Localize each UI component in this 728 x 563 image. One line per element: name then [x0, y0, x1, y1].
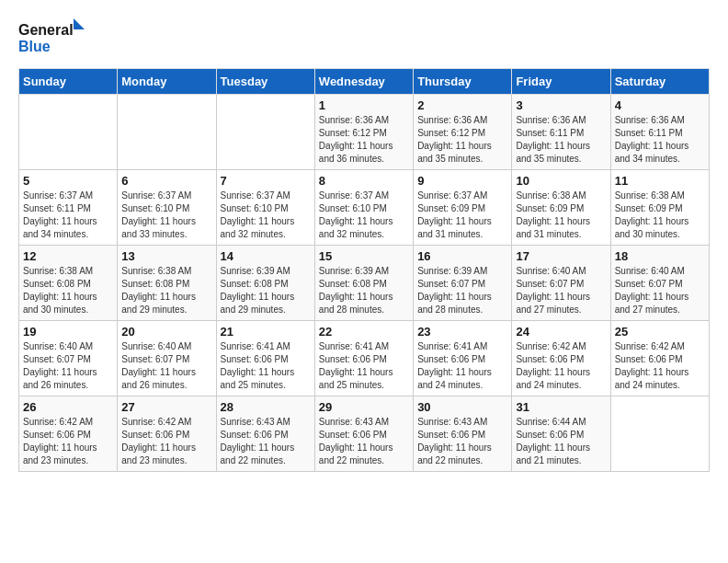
- day-info: Sunrise: 6:41 AM Sunset: 6:06 PM Dayligh…: [221, 340, 311, 392]
- day-info: Sunrise: 6:44 AM Sunset: 6:06 PM Dayligh…: [516, 416, 606, 467]
- day-info: Sunrise: 6:43 AM Sunset: 6:06 PM Dayligh…: [221, 416, 311, 467]
- calendar-cell: 31Sunrise: 6:44 AM Sunset: 6:06 PM Dayli…: [512, 396, 610, 472]
- calendar-table: SundayMondayTuesdayWednesdayThursdayFrid…: [18, 68, 710, 472]
- day-number: 30: [417, 400, 507, 414]
- day-number: 22: [319, 325, 409, 339]
- calendar-cell: 13Sunrise: 6:38 AM Sunset: 6:08 PM Dayli…: [118, 246, 216, 321]
- calendar-cell: 2Sunrise: 6:36 AM Sunset: 6:12 PM Daylig…: [414, 95, 512, 170]
- calendar-cell: 6Sunrise: 6:37 AM Sunset: 6:10 PM Daylig…: [118, 170, 216, 246]
- day-info: Sunrise: 6:38 AM Sunset: 6:09 PM Dayligh…: [516, 190, 606, 241]
- weekday-header: Sunday: [19, 69, 118, 95]
- day-info: Sunrise: 6:37 AM Sunset: 6:10 PM Dayligh…: [221, 190, 311, 241]
- day-number: 10: [516, 174, 606, 188]
- logo-svg: GeneralBlue: [18, 18, 92, 59]
- calendar-cell: 16Sunrise: 6:39 AM Sunset: 6:07 PM Dayli…: [414, 246, 512, 321]
- day-number: 6: [121, 174, 211, 188]
- weekday-header: Tuesday: [216, 69, 314, 95]
- day-info: Sunrise: 6:37 AM Sunset: 6:09 PM Dayligh…: [417, 190, 507, 241]
- calendar-cell: 7Sunrise: 6:37 AM Sunset: 6:10 PM Daylig…: [216, 170, 314, 246]
- day-number: 25: [615, 325, 705, 339]
- day-info: Sunrise: 6:42 AM Sunset: 6:06 PM Dayligh…: [121, 416, 211, 467]
- day-number: 27: [121, 400, 211, 414]
- calendar-cell: 17Sunrise: 6:40 AM Sunset: 6:07 PM Dayli…: [512, 246, 610, 321]
- weekday-header: Friday: [512, 69, 610, 95]
- day-info: Sunrise: 6:41 AM Sunset: 6:06 PM Dayligh…: [417, 340, 507, 392]
- page-header: GeneralBlue: [18, 18, 710, 59]
- calendar-cell: 30Sunrise: 6:43 AM Sunset: 6:06 PM Dayli…: [414, 396, 512, 472]
- day-number: 16: [417, 249, 507, 263]
- logo: GeneralBlue: [18, 18, 92, 59]
- day-info: Sunrise: 6:39 AM Sunset: 6:08 PM Dayligh…: [221, 265, 311, 316]
- day-number: 20: [121, 325, 211, 339]
- calendar-cell: 26Sunrise: 6:42 AM Sunset: 6:06 PM Dayli…: [19, 396, 118, 472]
- calendar-week-row: 19Sunrise: 6:40 AM Sunset: 6:07 PM Dayli…: [19, 321, 710, 396]
- calendar-cell: 24Sunrise: 6:42 AM Sunset: 6:06 PM Dayli…: [512, 321, 610, 396]
- svg-marker-2: [74, 18, 85, 29]
- day-number: 21: [221, 325, 311, 339]
- calendar-cell: 10Sunrise: 6:38 AM Sunset: 6:09 PM Dayli…: [512, 170, 610, 246]
- calendar-week-row: 1Sunrise: 6:36 AM Sunset: 6:12 PM Daylig…: [19, 95, 710, 170]
- day-info: Sunrise: 6:43 AM Sunset: 6:06 PM Dayligh…: [417, 416, 507, 467]
- calendar-cell: 8Sunrise: 6:37 AM Sunset: 6:10 PM Daylig…: [314, 170, 413, 246]
- calendar-cell: 5Sunrise: 6:37 AM Sunset: 6:11 PM Daylig…: [19, 170, 118, 246]
- calendar-cell: 27Sunrise: 6:42 AM Sunset: 6:06 PM Dayli…: [118, 396, 216, 472]
- day-number: 1: [319, 98, 409, 112]
- calendar-cell: 22Sunrise: 6:41 AM Sunset: 6:06 PM Dayli…: [314, 321, 413, 396]
- day-info: Sunrise: 6:42 AM Sunset: 6:06 PM Dayligh…: [615, 340, 705, 392]
- weekday-header: Monday: [118, 69, 216, 95]
- weekday-header: Saturday: [610, 69, 709, 95]
- day-info: Sunrise: 6:36 AM Sunset: 6:12 PM Dayligh…: [417, 114, 507, 166]
- day-number: 4: [615, 98, 705, 112]
- day-info: Sunrise: 6:40 AM Sunset: 6:07 PM Dayligh…: [615, 265, 705, 316]
- svg-text:Blue: Blue: [18, 39, 51, 54]
- day-info: Sunrise: 6:37 AM Sunset: 6:10 PM Dayligh…: [121, 190, 211, 241]
- day-info: Sunrise: 6:40 AM Sunset: 6:07 PM Dayligh…: [516, 265, 606, 316]
- day-number: 14: [221, 249, 311, 263]
- day-info: Sunrise: 6:36 AM Sunset: 6:11 PM Dayligh…: [516, 114, 606, 166]
- calendar-cell: 21Sunrise: 6:41 AM Sunset: 6:06 PM Dayli…: [216, 321, 314, 396]
- day-number: 17: [516, 249, 606, 263]
- day-number: 19: [23, 325, 113, 339]
- calendar-cell: 23Sunrise: 6:41 AM Sunset: 6:06 PM Dayli…: [414, 321, 512, 396]
- calendar-week-row: 12Sunrise: 6:38 AM Sunset: 6:08 PM Dayli…: [19, 246, 710, 321]
- day-number: 29: [319, 400, 409, 414]
- day-info: Sunrise: 6:40 AM Sunset: 6:07 PM Dayligh…: [23, 340, 113, 392]
- day-info: Sunrise: 6:37 AM Sunset: 6:11 PM Dayligh…: [23, 190, 113, 241]
- day-number: 12: [23, 249, 113, 263]
- day-info: Sunrise: 6:38 AM Sunset: 6:09 PM Dayligh…: [615, 190, 705, 241]
- day-number: 23: [417, 325, 507, 339]
- day-info: Sunrise: 6:40 AM Sunset: 6:07 PM Dayligh…: [121, 340, 211, 392]
- calendar-cell: [216, 95, 314, 170]
- day-number: 5: [23, 174, 113, 188]
- day-number: 28: [221, 400, 311, 414]
- day-info: Sunrise: 6:38 AM Sunset: 6:08 PM Dayligh…: [121, 265, 211, 316]
- svg-text:General: General: [18, 22, 74, 38]
- day-info: Sunrise: 6:36 AM Sunset: 6:11 PM Dayligh…: [615, 114, 705, 166]
- day-info: Sunrise: 6:42 AM Sunset: 6:06 PM Dayligh…: [23, 416, 113, 467]
- day-number: 7: [221, 174, 311, 188]
- day-number: 26: [23, 400, 113, 414]
- day-number: 3: [516, 98, 606, 112]
- day-number: 18: [615, 249, 705, 263]
- day-info: Sunrise: 6:36 AM Sunset: 6:12 PM Dayligh…: [319, 114, 409, 166]
- calendar-cell: [19, 95, 118, 170]
- calendar-week-row: 26Sunrise: 6:42 AM Sunset: 6:06 PM Dayli…: [19, 396, 710, 472]
- calendar-cell: 25Sunrise: 6:42 AM Sunset: 6:06 PM Dayli…: [610, 321, 709, 396]
- day-info: Sunrise: 6:43 AM Sunset: 6:06 PM Dayligh…: [319, 416, 409, 467]
- day-number: 11: [615, 174, 705, 188]
- weekday-header: Thursday: [414, 69, 512, 95]
- calendar-cell: 4Sunrise: 6:36 AM Sunset: 6:11 PM Daylig…: [610, 95, 709, 170]
- weekday-header: Wednesday: [314, 69, 413, 95]
- day-number: 9: [417, 174, 507, 188]
- calendar-cell: 20Sunrise: 6:40 AM Sunset: 6:07 PM Dayli…: [118, 321, 216, 396]
- calendar-cell: 12Sunrise: 6:38 AM Sunset: 6:08 PM Dayli…: [19, 246, 118, 321]
- calendar-week-row: 5Sunrise: 6:37 AM Sunset: 6:11 PM Daylig…: [19, 170, 710, 246]
- day-info: Sunrise: 6:37 AM Sunset: 6:10 PM Dayligh…: [319, 190, 409, 241]
- day-info: Sunrise: 6:39 AM Sunset: 6:08 PM Dayligh…: [319, 265, 409, 316]
- day-number: 31: [516, 400, 606, 414]
- calendar-cell: 15Sunrise: 6:39 AM Sunset: 6:08 PM Dayli…: [314, 246, 413, 321]
- calendar-cell: 9Sunrise: 6:37 AM Sunset: 6:09 PM Daylig…: [414, 170, 512, 246]
- day-number: 24: [516, 325, 606, 339]
- day-info: Sunrise: 6:38 AM Sunset: 6:08 PM Dayligh…: [23, 265, 113, 316]
- day-number: 15: [319, 249, 409, 263]
